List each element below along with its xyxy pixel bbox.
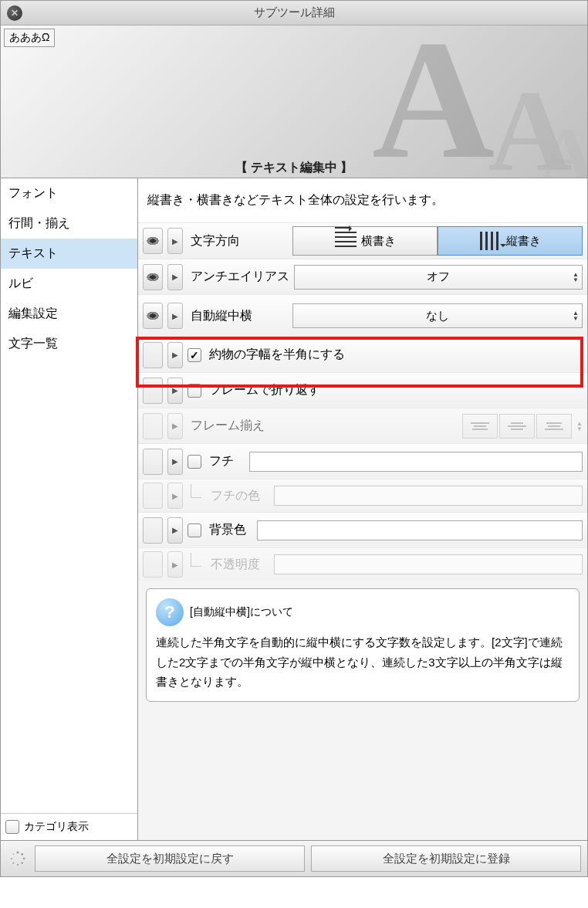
visibility-toggle[interactable] [143, 483, 163, 509]
expand-toggle[interactable]: ▶ [167, 551, 183, 578]
reset-all-button[interactable]: 全設定を初期設定に戻す [35, 845, 305, 872]
direction-toggle-group: 横書き 縦書き [292, 226, 583, 256]
expand-toggle[interactable]: ▶ [167, 413, 183, 439]
sidebar-item-font[interactable]: フォント [1, 178, 137, 208]
panel-description: 縦書き・横書きなどテキスト全体の設定を行います。 [138, 178, 587, 222]
opacity-field[interactable] [274, 554, 583, 574]
spinner-icon: ▲▼ [573, 272, 579, 283]
visibility-toggle[interactable] [143, 449, 163, 475]
expand-toggle[interactable]: ▶ [167, 483, 183, 509]
eye-icon [146, 273, 160, 282]
reset-spinner-icon [7, 848, 29, 869]
sample-text-badge[interactable]: あああΩ [4, 29, 55, 47]
visibility-toggle[interactable] [143, 378, 163, 404]
visibility-toggle[interactable] [143, 228, 163, 254]
antialias-dropdown[interactable]: オフ ▲▼ [294, 265, 583, 290]
help-body: 連続した半角文字を自動的に縦中横にする文字数を設定します。[2文字]で連続した2… [156, 632, 569, 692]
sidebar-item-editsettings[interactable]: 編集設定 [1, 299, 137, 329]
sidebar-item-text[interactable]: テキスト [1, 239, 137, 269]
direction-vertical-label: 縦書き [506, 234, 541, 249]
spinner-icon: ▲▼ [576, 421, 583, 432]
sidebar-item-line[interactable]: 行間・揃え [1, 208, 137, 239]
edge-checkbox[interactable] [188, 455, 201, 469]
row-frame-wrap: ▶ フレームで折り返す [138, 372, 587, 408]
footer: 全設定を初期設定に戻す 全設定を初期設定に登録 [1, 841, 587, 876]
tree-connector-icon [191, 553, 201, 567]
subtool-detail-window: ✕ サブツール詳細 あああΩ A A A 【 テキスト編集中 】 フォント 行間… [0, 0, 588, 877]
expand-toggle[interactable]: ▶ [167, 449, 183, 475]
row-label: フレーム揃え [188, 418, 288, 434]
direction-vertical-button[interactable]: 縦書き [438, 226, 583, 256]
preview-glyph-icon: A [372, 25, 495, 178]
help-title: [自動縦中横]について [190, 605, 293, 619]
row-label: 文字方向 [188, 233, 288, 249]
sidebar: フォント 行間・揃え テキスト ルビ 編集設定 文字一覧 カテゴリ表示 [1, 178, 138, 840]
row-bg-color: ▶ 背景色 [138, 512, 587, 547]
antialias-value: オフ [427, 269, 450, 284]
row-auto-tcy: ▶ 自動縦中横 なし ▲▼ [138, 294, 587, 337]
main-panel: 縦書き・横書きなどテキスト全体の設定を行います。 ▶ 文字方向 横書き 縦書き [138, 178, 587, 840]
row-frame-align: ▶ フレーム揃え ▲▼ [138, 408, 587, 443]
visibility-toggle[interactable] [143, 413, 163, 439]
help-icon: ? [156, 598, 184, 626]
sidebar-item-charlist[interactable]: 文字一覧 [1, 329, 137, 359]
row-label: フチの色 [208, 488, 269, 504]
expand-toggle[interactable]: ▶ [167, 342, 183, 368]
visibility-toggle[interactable] [143, 303, 163, 329]
row-opacity: ▶ 不透明度 [138, 547, 587, 581]
settings-list: ▶ 文字方向 横書き 縦書き ▶ [138, 222, 587, 840]
expand-toggle[interactable]: ▶ [167, 303, 183, 329]
register-all-button[interactable]: 全設定を初期設定に登録 [311, 845, 581, 872]
auto-tcy-value: なし [426, 309, 449, 324]
direction-horizontal-label: 横書き [361, 234, 396, 249]
bgcolor-field[interactable] [257, 520, 583, 540]
svg-point-6 [11, 858, 12, 859]
vertical-lines-icon [480, 232, 502, 250]
row-label: フチ [206, 453, 245, 469]
expand-toggle[interactable]: ▶ [167, 517, 183, 544]
svg-point-1 [21, 853, 23, 855]
svg-point-7 [13, 854, 15, 855]
row-label: 不透明度 [208, 557, 269, 573]
frame-wrap-checkbox[interactable] [188, 384, 201, 398]
row-edge: ▶ フチ [138, 443, 587, 479]
svg-point-2 [23, 858, 25, 860]
row-direction: ▶ 文字方向 横書き 縦書き [138, 222, 587, 259]
svg-point-3 [22, 862, 23, 864]
row-antialias: ▶ アンチエイリアス オフ ▲▼ [138, 259, 587, 294]
bgcolor-checkbox[interactable] [188, 523, 201, 537]
window-title: サブツール詳細 [1, 5, 587, 20]
help-box: ? [自動縦中横]について 連続した半角文字を自動的に縦中横にする文字数を設定し… [146, 588, 580, 702]
expand-toggle[interactable]: ▶ [167, 264, 183, 290]
row-label: 背景色 [206, 522, 252, 538]
align-top-button[interactable] [462, 414, 498, 439]
edge-color-field[interactable] [274, 486, 583, 506]
visibility-toggle[interactable] [143, 517, 163, 544]
auto-tcy-dropdown[interactable]: なし ▲▼ [292, 303, 583, 328]
row-label: 約物の字幅を半角にする [206, 347, 345, 363]
edge-value-field[interactable] [249, 452, 583, 472]
row-edge-color: ▶ フチの色 [138, 479, 587, 512]
expand-toggle[interactable]: ▶ [167, 378, 183, 404]
visibility-toggle[interactable] [143, 342, 163, 368]
svg-point-0 [17, 852, 19, 854]
tree-connector-icon [191, 484, 201, 498]
direction-horizontal-button[interactable]: 横書き [292, 226, 438, 256]
body: フォント 行間・揃え テキスト ルビ 編集設定 文字一覧 カテゴリ表示 縦書き・… [1, 178, 587, 841]
visibility-toggle[interactable] [143, 264, 163, 290]
align-bottom-button[interactable] [536, 414, 572, 439]
eye-icon [146, 311, 160, 320]
svg-point-4 [17, 864, 19, 866]
category-show-checkbox[interactable] [5, 820, 19, 834]
editing-banner: 【 テキスト編集中 】 [1, 158, 587, 178]
expand-toggle[interactable]: ▶ [167, 228, 183, 254]
visibility-toggle[interactable] [143, 551, 163, 578]
sidebar-item-ruby[interactable]: ルビ [1, 269, 137, 299]
half-punct-checkbox[interactable] [188, 348, 201, 362]
category-show-label: カテゴリ表示 [24, 820, 89, 834]
horizontal-lines-icon [335, 232, 357, 250]
preview-area: あああΩ A A A 【 テキスト編集中 】 [1, 25, 587, 178]
align-middle-button[interactable] [499, 414, 535, 439]
row-label: 自動縦中横 [188, 308, 288, 324]
frame-align-buttons [462, 414, 572, 439]
